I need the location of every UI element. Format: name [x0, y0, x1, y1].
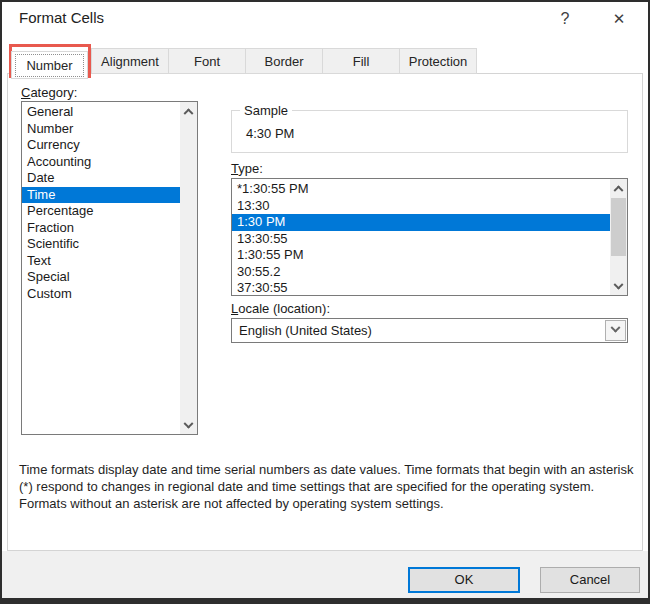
locale-value: English (United States) — [239, 319, 372, 342]
category-item-scientific[interactable]: Scientific — [22, 236, 180, 253]
title-bar: Format Cells ? ✕ — [0, 0, 650, 44]
category-item-fraction[interactable]: Fraction — [22, 220, 180, 237]
format-cells-dialog: Format Cells ? ✕ Number Alignment Font B… — [0, 0, 650, 604]
category-item-percentage[interactable]: Percentage — [22, 203, 180, 220]
category-item-number[interactable]: Number — [22, 121, 180, 138]
category-label-rest: ategory: — [30, 85, 77, 100]
help-icon[interactable]: ? — [548, 6, 582, 32]
category-scrollbar[interactable] — [180, 102, 197, 434]
type-listbox[interactable]: *1:30:55 PM 13:30 1:30 PM 13:30:55 1:30:… — [231, 178, 628, 296]
type-item[interactable]: 13:30 — [232, 198, 610, 215]
tab-alignment[interactable]: Alignment — [91, 48, 169, 74]
category-item-currency[interactable]: Currency — [22, 137, 180, 154]
category-items: General Number Currency Accounting Date … — [22, 104, 180, 302]
category-label-accesskey: C — [21, 85, 30, 100]
locale-label-rest: ocale (location): — [238, 301, 330, 316]
tab-strip: Number Alignment Font Border Fill Protec… — [9, 44, 477, 78]
tab-font[interactable]: Font — [168, 48, 246, 74]
type-item[interactable]: 30:55.2 — [232, 264, 610, 281]
category-item-general[interactable]: General — [22, 104, 180, 121]
type-item[interactable]: 1:30:55 PM — [232, 247, 610, 264]
tab-fill[interactable]: Fill — [322, 48, 400, 74]
type-label: Type: — [231, 161, 263, 176]
tab-protection[interactable]: Protection — [399, 48, 477, 74]
scrollbar-thumb[interactable] — [611, 198, 626, 256]
type-item[interactable]: 37:30:55 — [232, 280, 610, 297]
dialog-title: Format Cells — [19, 9, 104, 26]
tab-alignment-label: Alignment — [101, 54, 159, 69]
category-item-custom[interactable]: Custom — [22, 286, 180, 303]
tab-border[interactable]: Border — [245, 48, 323, 74]
tab-protection-label: Protection — [409, 54, 468, 69]
cancel-button[interactable]: Cancel — [540, 567, 640, 593]
type-label-rest: ype: — [238, 161, 263, 176]
red-annotation-box: Number — [9, 44, 91, 78]
locale-label: Locale (location): — [231, 301, 330, 316]
number-tab-page: Category: General Number Currency Accoun… — [7, 73, 643, 551]
type-item[interactable]: 13:30:55 — [232, 231, 610, 248]
tab-number-label: Number — [15, 54, 83, 77]
category-item-time[interactable]: Time — [22, 187, 180, 204]
locale-dropdown[interactable]: English (United States) — [231, 318, 628, 343]
type-scrollbar[interactable] — [610, 179, 627, 295]
format-description: Time formats display date and time seria… — [19, 461, 643, 512]
sample-groupbox: Sample 4:30 PM — [231, 110, 628, 153]
category-item-special[interactable]: Special — [22, 269, 180, 286]
category-listbox[interactable]: General Number Currency Accounting Date … — [21, 101, 198, 435]
sample-label: Sample — [240, 103, 292, 118]
tab-font-label: Font — [194, 54, 220, 69]
type-items: *1:30:55 PM 13:30 1:30 PM 13:30:55 1:30:… — [232, 181, 610, 297]
scroll-up-icon[interactable] — [610, 179, 627, 195]
category-item-accounting[interactable]: Accounting — [22, 154, 180, 171]
scroll-up-icon[interactable] — [180, 102, 197, 118]
type-item-selected[interactable]: 1:30 PM — [232, 214, 610, 231]
scroll-down-icon[interactable] — [180, 418, 197, 434]
category-label: Category: — [21, 85, 77, 100]
scroll-down-icon[interactable] — [610, 279, 627, 295]
category-item-date[interactable]: Date — [22, 170, 180, 187]
sample-value: 4:30 PM — [246, 126, 294, 141]
tab-number[interactable]: Number — [11, 51, 88, 79]
ok-button[interactable]: OK — [408, 567, 520, 593]
tab-border-label: Border — [264, 54, 303, 69]
type-item[interactable]: *1:30:55 PM — [232, 181, 610, 198]
close-icon[interactable]: ✕ — [602, 6, 636, 32]
tab-fill-label: Fill — [353, 54, 370, 69]
category-item-text[interactable]: Text — [22, 253, 180, 270]
chevron-down-icon[interactable] — [605, 320, 626, 341]
button-bar: OK Cancel — [0, 551, 650, 604]
